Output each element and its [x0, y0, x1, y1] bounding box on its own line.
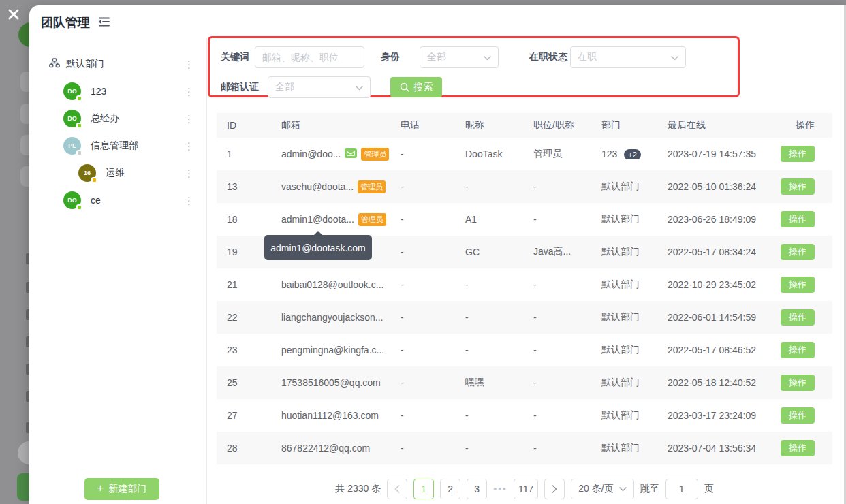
cell-actions: 操作 — [770, 211, 832, 227]
sidebar-item-department[interactable]: 16 运维 ⋮ — [41, 159, 198, 187]
chevron-down-icon — [484, 52, 491, 63]
sidebar-item-department[interactable]: DO 123 ⋮ — [41, 78, 198, 105]
cell-id: 23 — [217, 345, 271, 356]
prev-page-button[interactable] — [387, 479, 407, 499]
row-action-button[interactable]: 操作 — [781, 178, 815, 195]
more-menu-icon[interactable]: ⋮ — [184, 59, 193, 69]
add-department-button[interactable]: + 新建部门 — [84, 478, 159, 500]
cell-phone: - — [390, 345, 455, 356]
identity-select[interactable]: 全部 — [420, 46, 499, 68]
cell-phone: - — [390, 214, 455, 225]
row-action-button[interactable]: 操作 — [781, 440, 815, 456]
cell-phone: - — [390, 410, 455, 421]
column-header-actions: 操作 — [770, 119, 832, 131]
page-button[interactable]: 1 — [413, 479, 434, 499]
page-title: 团队管理 — [41, 14, 110, 31]
page-buttons: 123 — [413, 479, 487, 499]
cell-id: 19 — [217, 247, 271, 257]
cell-nickname: DooTask — [455, 148, 523, 159]
department-text: 默认部门 — [601, 409, 640, 420]
department-text: 默认部门 — [601, 377, 640, 388]
status-dot — [76, 150, 82, 156]
cell-department: 默认部门 — [591, 377, 657, 389]
add-department-label: 新建部门 — [108, 483, 146, 495]
cell-last-online: 2023-07-19 14:57:35 — [657, 148, 770, 159]
email-text: vasehu@doota... — [281, 181, 354, 192]
cell-last-online: 2023-06-26 18:49:09 — [657, 214, 770, 225]
menu-fold-icon[interactable] — [97, 16, 110, 31]
more-menu-icon[interactable]: ⋮ — [184, 168, 193, 178]
employment-select[interactable]: 在职 — [570, 46, 686, 68]
row-action-button[interactable]: 操作 — [781, 277, 815, 293]
cell-actions: 操作 — [770, 309, 832, 326]
more-menu-icon[interactable]: ⋮ — [184, 114, 193, 124]
admin-badge: 管理员 — [358, 180, 386, 193]
cell-position: - — [523, 345, 591, 356]
row-action-button[interactable]: 操作 — [781, 244, 815, 260]
cell-nickname: - — [455, 312, 523, 323]
filter-panel: 关键词 身份 全部 在职状态 在职 — [208, 36, 740, 97]
cell-actions: 操作 — [770, 277, 832, 293]
sidebar-item-department[interactable]: DO 总经办 ⋮ — [41, 105, 198, 132]
page-button[interactable]: 2 — [440, 479, 460, 499]
search-button[interactable]: 搜索 — [390, 77, 442, 97]
page-size-select[interactable]: 20 条/页 — [571, 479, 633, 499]
email-text: baibai0128@outlook.c... — [281, 279, 383, 290]
department-count-pill: +2 — [624, 149, 641, 159]
employment-label: 在职状态 — [529, 51, 567, 63]
row-action-button[interactable]: 操作 — [781, 309, 815, 326]
email-verify-select[interactable]: 全部 — [268, 76, 371, 98]
more-menu-icon[interactable]: ⋮ — [184, 195, 193, 206]
identity-label: 身份 — [381, 51, 400, 63]
sidebar-item-label: 信息管理部 — [91, 140, 138, 152]
total-count: 共 2330 条 — [335, 483, 381, 495]
sidebar-item-department[interactable]: PL 信息管理部 ⋮ — [41, 132, 198, 159]
table-row: 18 admin1@doota... 管理员 - A1 - 默认部门 2023-… — [217, 203, 832, 236]
row-action-button[interactable]: 操作 — [781, 211, 815, 227]
row-action-button[interactable]: 操作 — [781, 407, 815, 424]
sidebar-item-label: ce — [91, 195, 101, 206]
search-icon — [400, 82, 409, 92]
plus-icon: + — [97, 483, 104, 494]
cell-nickname: - — [455, 181, 523, 192]
chevron-down-icon — [671, 52, 678, 63]
tooltip-text: admin1@dootask.com — [270, 242, 366, 253]
more-menu-icon[interactable]: ⋮ — [184, 141, 193, 151]
cell-phone: - — [390, 377, 455, 388]
row-action-button[interactable]: 操作 — [781, 146, 815, 162]
sidebar-divider — [206, 38, 207, 504]
cell-actions: 操作 — [770, 407, 832, 424]
department-avatar: 16 — [78, 164, 96, 182]
cell-phone: - — [390, 181, 455, 192]
app-stage: 团队管理 默认部门 ⋮ DO 123 ⋮ — [0, 0, 846, 504]
cell-department: 默认部门 — [591, 180, 657, 193]
department-text: 默认部门 — [601, 213, 640, 224]
email-text: huotian1112@163.com — [281, 410, 379, 421]
cell-nickname: - — [455, 443, 523, 454]
last-page-button[interactable]: 117 — [514, 479, 538, 499]
jump-page-input[interactable] — [665, 479, 698, 499]
department-avatar: DO — [63, 191, 81, 209]
email-text: 867822412@qq.com — [281, 443, 370, 454]
table-row: 23 pengmingna@kingfa.c... - - - 默认部门 202… — [217, 334, 832, 366]
close-icon[interactable] — [6, 7, 22, 23]
mail-verified-icon — [345, 148, 357, 160]
cell-phone: - — [390, 312, 455, 323]
page-button[interactable]: 3 — [467, 479, 487, 499]
cell-last-online: 2023-07-04 13:56:34 — [657, 443, 770, 454]
department-avatar: PL — [63, 137, 81, 155]
cell-position: - — [523, 214, 591, 225]
sidebar-item-department[interactable]: DO ce ⋮ — [41, 187, 198, 214]
cell-department: 默认部门 — [591, 279, 657, 291]
team-management-modal: 团队管理 默认部门 ⋮ DO 123 ⋮ — [29, 5, 846, 504]
next-page-button[interactable] — [544, 479, 565, 499]
row-action-button[interactable]: 操作 — [781, 342, 815, 358]
sidebar-item-root-department[interactable]: 默认部门 ⋮ — [41, 50, 198, 78]
row-action-button[interactable]: 操作 — [781, 375, 815, 391]
email-text: 17538516005@qq.com — [281, 377, 381, 388]
department-text: 默认部门 — [601, 344, 640, 355]
admin-badge: 管理员 — [361, 148, 389, 161]
keyword-input[interactable] — [255, 46, 364, 68]
table-header: ID 邮箱 电话 昵称 职位/职称 部门 最后在线 操作 — [217, 113, 832, 138]
more-menu-icon[interactable]: ⋮ — [184, 86, 193, 97]
